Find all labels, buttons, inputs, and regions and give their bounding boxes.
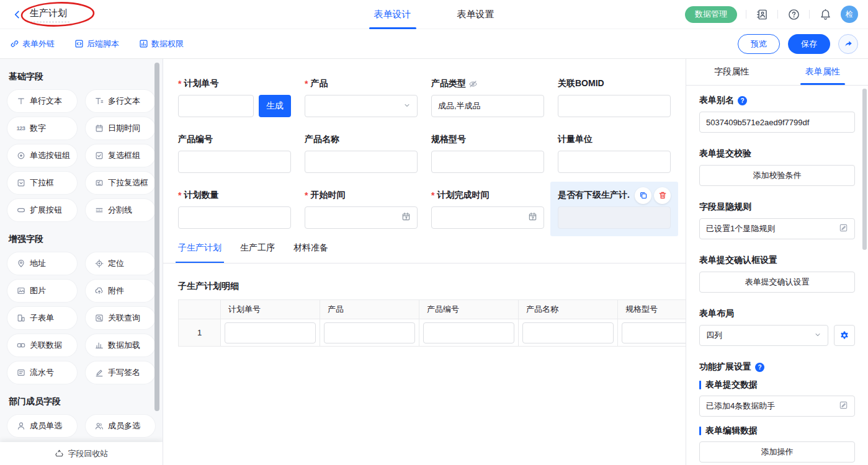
- field-start-time[interactable]: *开始时间: [305, 189, 418, 229]
- field-pill-select[interactable]: 下拉框: [7, 172, 77, 194]
- product-code-input[interactable]: [178, 151, 291, 173]
- share-button[interactable]: [838, 34, 858, 54]
- crosshair-icon: [94, 259, 104, 268]
- spec-model-input[interactable]: [431, 151, 544, 173]
- field-spec-model[interactable]: 规格型号: [431, 133, 544, 173]
- field-pill-linked-query[interactable]: 关联查询: [86, 307, 155, 329]
- product-name-input[interactable]: [305, 151, 418, 173]
- section-title-member-fields: 部门成员字段: [9, 396, 154, 407]
- edit-icon[interactable]: [839, 401, 848, 412]
- finish-time-input[interactable]: [431, 206, 544, 229]
- product-type-input[interactable]: 成品,半成品: [431, 95, 544, 117]
- field-pill-linked-data[interactable]: 关联数据: [7, 334, 77, 356]
- field-pill-address[interactable]: 地址: [7, 252, 77, 275]
- add-validation-button[interactable]: 添加校验条件: [699, 165, 855, 186]
- field-unit[interactable]: 计量单位: [558, 133, 671, 173]
- field-pill-divider[interactable]: 分割线: [86, 199, 155, 221]
- field-pill-member-single[interactable]: 成员单选: [7, 415, 77, 437]
- tab-form-design[interactable]: 表单设计: [374, 0, 411, 29]
- copy-field-button[interactable]: [635, 187, 651, 204]
- field-bom-id[interactable]: 关联BOMID: [558, 78, 671, 117]
- form-alias-input[interactable]: 5037409b571e2aed9f7799df: [699, 112, 855, 133]
- add-operation-button[interactable]: 添加操作: [699, 441, 855, 463]
- field-pill-attachment[interactable]: 附件: [86, 280, 155, 302]
- field-pill-number[interactable]: 123数字: [7, 117, 77, 140]
- form-toolbar: 表单外链 后端脚本 数据权限 预览 保存: [0, 29, 868, 59]
- field-pill-location[interactable]: 定位: [86, 252, 155, 275]
- tab-form-properties[interactable]: 表单属性: [777, 59, 868, 85]
- field-pill-image[interactable]: 图片: [7, 280, 77, 302]
- layout-select[interactable]: 四列: [699, 325, 828, 346]
- subform-cell-input[interactable]: [522, 322, 614, 343]
- back-icon[interactable]: [10, 7, 24, 21]
- number-icon: 123: [16, 124, 25, 133]
- group-submit-validation: 表单提交校验 添加校验条件: [699, 148, 855, 186]
- submit-data-box[interactable]: 已添加4条数据助手: [699, 396, 855, 417]
- generate-button[interactable]: 生成: [259, 95, 291, 117]
- unit-input[interactable]: [558, 151, 671, 173]
- plan-qty-input[interactable]: [178, 206, 291, 229]
- tab-form-settings[interactable]: 表单设置: [457, 0, 494, 29]
- delete-field-button[interactable]: [654, 187, 671, 204]
- tab-production-process[interactable]: 生产工序: [240, 242, 275, 263]
- tab-material-preparation[interactable]: 材料准备: [293, 242, 328, 263]
- field-product-name[interactable]: 产品名称: [305, 133, 418, 173]
- field-pill-radio-group[interactable]: 单选按钮组: [7, 144, 77, 167]
- field-plan-qty[interactable]: *计划数量: [178, 189, 291, 229]
- sidebar-scrollbar[interactable]: [154, 63, 159, 411]
- subform-cell-input[interactable]: [423, 322, 514, 343]
- visibility-rules-box[interactable]: 已设置1个显隐规则: [699, 218, 855, 239]
- tab-sub-production-plan[interactable]: 子生产计划: [178, 242, 221, 263]
- field-finish-time[interactable]: *计划完成时间: [431, 189, 544, 229]
- serial-number-icon: [16, 368, 25, 378]
- plan-no-input[interactable]: [178, 95, 254, 117]
- field-pill-single-line-text[interactable]: 单行文本: [7, 90, 77, 112]
- field-library-sidebar: 基础字段 单行文本 多行文本 123数字 日期时间 单选按钮组 复选框组 下拉框…: [0, 59, 163, 465]
- bom-id-input[interactable]: [558, 95, 671, 117]
- guide-book-icon[interactable]: [755, 7, 769, 21]
- field-sub-plan-flag-selected[interactable]: 是否有下级生产计.: [550, 182, 678, 236]
- page-title[interactable]: 生产计划: [27, 6, 69, 22]
- backend-script-link[interactable]: 后端脚本: [74, 38, 119, 50]
- help-icon[interactable]: [787, 7, 800, 21]
- field-product-code[interactable]: 产品编号: [178, 133, 291, 173]
- subform-cell-input[interactable]: [225, 322, 316, 343]
- field-product[interactable]: *产品: [305, 78, 418, 117]
- linked-query-icon: [94, 314, 104, 323]
- subform-cell-input[interactable]: [324, 322, 415, 343]
- save-button[interactable]: 保存: [788, 34, 830, 54]
- panel-scrollbar[interactable]: [862, 89, 867, 250]
- field-pill-multi-line-text[interactable]: 多行文本: [86, 90, 155, 112]
- field-pill-multi-select[interactable]: 下拉复选框: [86, 172, 155, 194]
- help-question-icon[interactable]: ?: [738, 96, 747, 105]
- edit-icon[interactable]: [839, 223, 848, 234]
- data-manage-button[interactable]: 数据管理: [685, 6, 737, 23]
- field-pill-datetime[interactable]: 日期时间: [86, 117, 155, 140]
- notification-bell-icon[interactable]: [818, 7, 832, 21]
- field-recycle-bin[interactable]: 字段回收站: [0, 442, 163, 465]
- data-permission-link[interactable]: 数据权限: [139, 38, 184, 50]
- form-external-link[interactable]: 表单外链: [10, 38, 55, 50]
- field-pill-checkbox-group[interactable]: 复选框组: [86, 144, 155, 167]
- start-time-input[interactable]: [305, 206, 418, 229]
- field-product-type[interactable]: 产品类型 成品,半成品: [431, 78, 544, 117]
- sub-plan-flag-input[interactable]: [558, 206, 671, 229]
- field-pill-extension-button[interactable]: 扩展按钮: [7, 199, 77, 221]
- layout-settings-button[interactable]: [834, 325, 855, 346]
- help-question-icon[interactable]: ?: [755, 363, 764, 372]
- tab-field-properties[interactable]: 字段属性: [686, 59, 777, 85]
- field-pill-member-multi[interactable]: 成员多选: [86, 415, 155, 437]
- gear-icon: [839, 330, 849, 340]
- subform-cell-input[interactable]: [622, 322, 686, 343]
- preview-button[interactable]: 预览: [738, 34, 780, 54]
- field-pill-serial-number[interactable]: 流水号: [7, 361, 77, 384]
- field-plan-no[interactable]: *计划单号 生成: [178, 78, 291, 117]
- product-select[interactable]: [305, 95, 418, 117]
- field-pill-subform[interactable]: 子表单: [7, 307, 77, 329]
- multi-select-box-icon: [94, 179, 104, 188]
- section-title-enhanced-fields: 增强字段: [9, 234, 154, 245]
- field-pill-signature[interactable]: 手写签名: [86, 361, 155, 384]
- user-avatar[interactable]: 检: [841, 6, 858, 23]
- field-pill-data-loading[interactable]: 数据加载: [86, 334, 155, 356]
- submit-confirm-settings-button[interactable]: 表单提交确认设置: [699, 272, 855, 293]
